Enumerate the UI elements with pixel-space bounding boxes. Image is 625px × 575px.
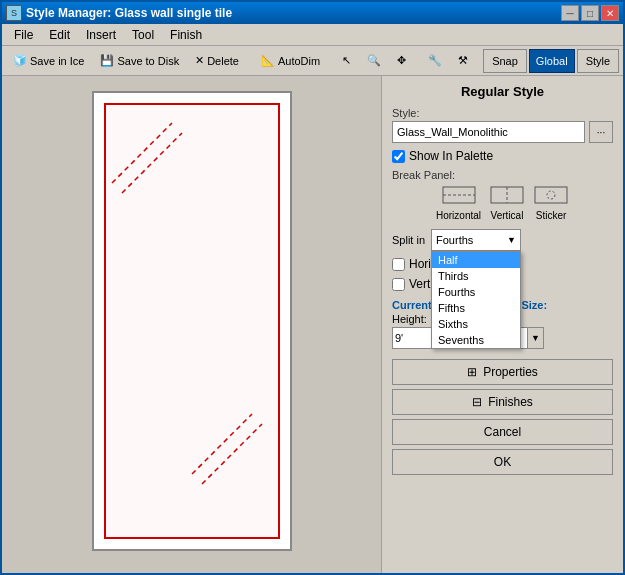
split-dropdown-value: Fourths bbox=[432, 234, 507, 246]
svg-rect-8 bbox=[535, 187, 567, 203]
vert-equal-checkbox[interactable] bbox=[392, 278, 405, 291]
menu-tool[interactable]: Tool bbox=[124, 26, 162, 44]
pan-icon: ✥ bbox=[397, 54, 406, 67]
horiz-equal-checkbox[interactable] bbox=[392, 258, 405, 271]
autodim-label: AutoDim bbox=[278, 55, 320, 67]
break-panel-section: Break Panel: Horizontal bbox=[392, 169, 613, 223]
menu-file[interactable]: File bbox=[6, 26, 41, 44]
tool5-icon: 🔧 bbox=[428, 54, 442, 67]
split-dropdown-container: Fourths ▼ Half Thirds Fourths Fifths Six… bbox=[431, 229, 521, 251]
style-field-row: Style: ··· bbox=[392, 107, 613, 143]
pan-tool-button[interactable]: ✥ bbox=[390, 49, 413, 73]
dropdown-item-sixths[interactable]: Sixths bbox=[432, 316, 520, 332]
show-in-palette-label: Show In Palette bbox=[409, 149, 493, 163]
canvas-area bbox=[2, 76, 382, 573]
show-in-palette-row: Show In Palette bbox=[392, 149, 613, 163]
main-window: S Style Manager: Glass wall single tile … bbox=[0, 0, 625, 575]
finishes-button[interactable]: ⊟ Finishes bbox=[392, 389, 613, 415]
dropdown-item-thirds[interactable]: Thirds bbox=[432, 268, 520, 284]
break-horizontal[interactable]: Horizontal bbox=[436, 183, 481, 221]
canvas bbox=[92, 91, 292, 551]
dropdown-item-half[interactable]: Half bbox=[432, 252, 520, 268]
dashes-bottom bbox=[192, 404, 272, 484]
menu-edit[interactable]: Edit bbox=[41, 26, 78, 44]
title-bar: S Style Manager: Glass wall single tile … bbox=[2, 2, 623, 24]
finishes-icon: ⊟ bbox=[472, 395, 482, 409]
cursor-tool-button[interactable]: ↖ bbox=[335, 49, 358, 73]
vertical-break-icon bbox=[489, 183, 525, 207]
cancel-label: Cancel bbox=[484, 425, 521, 439]
menu-insert[interactable]: Insert bbox=[78, 26, 124, 44]
toolbar: 🧊 Save in Ice 💾 Save to Disk ✕ Delete 📐 … bbox=[2, 46, 623, 76]
properties-icon: ⊞ bbox=[467, 365, 477, 379]
split-in-row: Split in Fourths ▼ Half Thirds Fourths F… bbox=[392, 229, 613, 251]
delete-button[interactable]: ✕ Delete bbox=[188, 49, 246, 73]
maximize-button[interactable]: □ bbox=[581, 5, 599, 21]
break-panel-label: Break Panel: bbox=[392, 169, 613, 181]
menu-finish[interactable]: Finish bbox=[162, 26, 210, 44]
close-button[interactable]: ✕ bbox=[601, 5, 619, 21]
style-button[interactable]: Style bbox=[577, 49, 619, 73]
tool6-icon: ⚒ bbox=[458, 54, 468, 67]
dropdown-item-fourths[interactable]: Fourths bbox=[432, 284, 520, 300]
title-buttons: ─ □ ✕ bbox=[561, 5, 619, 21]
horizontal-break-icon bbox=[441, 183, 477, 207]
delete-icon: ✕ bbox=[195, 54, 204, 67]
bottom-buttons: ⊞ Properties ⊟ Finishes Cancel OK bbox=[392, 359, 613, 475]
break-sticker[interactable]: Sticker bbox=[533, 183, 569, 221]
style-label: Style: bbox=[392, 107, 613, 119]
save-in-ice-button[interactable]: 🧊 Save in Ice bbox=[6, 49, 91, 73]
dashes-top bbox=[112, 123, 192, 203]
show-in-palette-checkbox[interactable] bbox=[392, 150, 405, 163]
split-dropdown[interactable]: Fourths ▼ bbox=[431, 229, 521, 251]
ok-label: OK bbox=[494, 455, 511, 469]
style-input[interactable] bbox=[392, 121, 585, 143]
style-browse-button[interactable]: ··· bbox=[589, 121, 613, 143]
split-dropdown-popup: Half Thirds Fourths Fifths Sixths Sevent… bbox=[431, 251, 521, 349]
window-title: Style Manager: Glass wall single tile bbox=[26, 6, 232, 20]
style-input-row: ··· bbox=[392, 121, 613, 143]
properties-button[interactable]: ⊞ Properties bbox=[392, 359, 613, 385]
dropdown-item-sevenths[interactable]: Sevenths bbox=[432, 332, 520, 348]
cursor-icon: ↖ bbox=[342, 54, 351, 67]
global-button[interactable]: Global bbox=[529, 49, 575, 73]
svg-point-9 bbox=[547, 191, 555, 199]
content-area: Regular Style Style: ··· Show In Palette… bbox=[2, 76, 623, 573]
autodim-icon: 📐 bbox=[261, 54, 275, 67]
break-panel-options: Horizontal Vertical bbox=[392, 183, 613, 221]
menu-bar: File Edit Insert Tool Finish bbox=[2, 24, 623, 46]
cancel-button[interactable]: Cancel bbox=[392, 419, 613, 445]
finishes-label: Finishes bbox=[488, 395, 533, 409]
save-to-disk-label: Save to Disk bbox=[117, 55, 179, 67]
panel-title: Regular Style bbox=[392, 84, 613, 99]
right-panel: Regular Style Style: ··· Show In Palette… bbox=[382, 76, 623, 573]
save-in-ice-label: Save in Ice bbox=[30, 55, 84, 67]
vertical-label: Vertical bbox=[491, 210, 524, 221]
snap-button[interactable]: Snap bbox=[483, 49, 527, 73]
tool5-button[interactable]: 🔧 bbox=[421, 49, 449, 73]
break-vertical[interactable]: Vertical bbox=[489, 183, 525, 221]
tool6-button[interactable]: ⚒ bbox=[451, 49, 475, 73]
ok-button[interactable]: OK bbox=[392, 449, 613, 475]
properties-label: Properties bbox=[483, 365, 538, 379]
split-dropdown-arrow: ▼ bbox=[507, 235, 520, 245]
save-to-disk-button[interactable]: 💾 Save to Disk bbox=[93, 49, 186, 73]
sticker-label: Sticker bbox=[536, 210, 567, 221]
save-in-ice-icon: 🧊 bbox=[13, 54, 27, 67]
sticker-break-icon bbox=[533, 183, 569, 207]
dropdown-item-fifths[interactable]: Fifths bbox=[432, 300, 520, 316]
minimize-button[interactable]: ─ bbox=[561, 5, 579, 21]
window-icon: S bbox=[6, 5, 22, 21]
zoom-icon: 🔍 bbox=[367, 54, 381, 67]
split-in-label: Split in bbox=[392, 234, 425, 246]
save-to-disk-icon: 💾 bbox=[100, 54, 114, 67]
zoom-tool-button[interactable]: 🔍 bbox=[360, 49, 388, 73]
delete-label: Delete bbox=[207, 55, 239, 67]
horizontal-label: Horizontal bbox=[436, 210, 481, 221]
autodim-button[interactable]: 📐 AutoDim bbox=[254, 49, 327, 73]
width-dropdown-arrow[interactable]: ▼ bbox=[528, 327, 544, 349]
